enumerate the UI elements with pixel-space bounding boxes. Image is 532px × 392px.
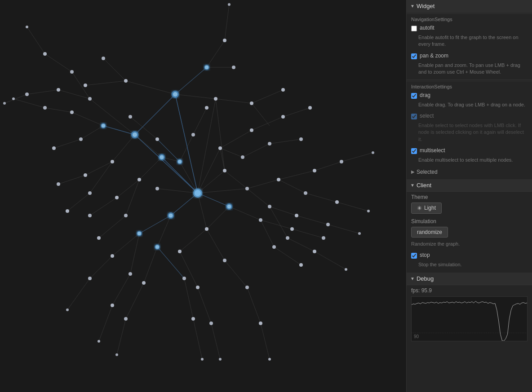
svg-point-194 <box>129 115 132 119</box>
svg-point-164 <box>245 286 249 289</box>
svg-line-79 <box>112 274 130 305</box>
multiselect-checkbox[interactable] <box>411 148 417 154</box>
svg-point-187 <box>335 200 339 204</box>
svg-line-88 <box>283 108 310 117</box>
svg-point-167 <box>308 106 312 110</box>
svg-line-39 <box>85 81 126 85</box>
debug-section-header[interactable]: ▼ Debug <box>407 273 532 285</box>
svg-line-55 <box>130 233 139 274</box>
svg-point-156 <box>129 272 132 276</box>
svg-line-62 <box>180 251 198 287</box>
svg-point-181 <box>299 263 303 267</box>
stop-label: stop <box>420 252 430 258</box>
svg-line-4 <box>198 171 225 193</box>
svg-point-158 <box>182 277 186 280</box>
svg-line-113 <box>67 278 90 310</box>
pan-zoom-checkbox[interactable] <box>411 53 417 59</box>
svg-line-101 <box>225 4 229 40</box>
svg-line-61 <box>270 207 288 238</box>
svg-point-199 <box>26 26 28 28</box>
svg-point-198 <box>3 102 6 105</box>
svg-point-123 <box>205 227 208 231</box>
svg-line-24 <box>225 171 247 189</box>
svg-line-89 <box>270 139 301 144</box>
svg-line-77 <box>274 247 301 265</box>
drag-row: drag <box>407 90 532 101</box>
svg-line-95 <box>198 193 229 207</box>
svg-point-134 <box>259 218 262 222</box>
svg-line-67 <box>193 108 207 135</box>
svg-line-99 <box>175 67 207 94</box>
svg-point-137 <box>277 178 280 181</box>
selected-subsection[interactable]: ▶ Selected <box>407 167 532 177</box>
stop-checkbox[interactable] <box>411 253 417 259</box>
svg-line-46 <box>85 162 112 175</box>
svg-line-114 <box>99 305 112 341</box>
svg-point-223 <box>178 160 182 163</box>
svg-point-168 <box>299 137 303 141</box>
svg-line-19 <box>112 135 135 162</box>
svg-point-139 <box>178 250 182 253</box>
graph-canvas[interactable] <box>0 0 406 392</box>
svg-line-86 <box>198 287 211 323</box>
client-section-header[interactable]: ▼ Client <box>407 179 532 192</box>
svg-point-208 <box>66 308 69 311</box>
sun-icon: ✳ <box>417 205 422 211</box>
svg-line-78 <box>90 256 112 278</box>
svg-point-179 <box>97 236 101 240</box>
svg-line-60 <box>270 207 297 216</box>
svg-point-161 <box>295 214 298 217</box>
svg-point-152 <box>124 214 128 217</box>
autofit-row: autofit <box>407 23 532 33</box>
svg-line-96 <box>171 193 198 216</box>
svg-line-32 <box>180 229 207 251</box>
drag-label: drag <box>420 92 430 98</box>
svg-point-211 <box>195 190 201 196</box>
svg-line-54 <box>112 233 139 256</box>
svg-line-29 <box>157 216 171 247</box>
svg-line-59 <box>279 180 306 193</box>
nav-settings-label: NavigationSettings <box>407 13 532 23</box>
simulation-label: Simulation <box>407 216 532 225</box>
svg-line-16 <box>216 99 252 103</box>
svg-point-180 <box>322 236 325 240</box>
autofit-checkbox[interactable] <box>411 26 417 31</box>
svg-line-107 <box>328 225 359 233</box>
svg-point-170 <box>232 66 235 69</box>
svg-line-110 <box>261 323 270 359</box>
svg-point-148 <box>88 191 92 195</box>
interaction-settings-label: InteractionSettings <box>407 81 532 90</box>
svg-point-192 <box>102 57 105 60</box>
svg-point-182 <box>88 277 92 280</box>
pan-zoom-row: pan & zoom <box>407 51 532 61</box>
svg-point-131 <box>111 160 114 163</box>
svg-point-213 <box>173 92 177 97</box>
svg-point-141 <box>250 128 253 132</box>
svg-line-9 <box>198 189 247 193</box>
svg-point-143 <box>155 137 159 141</box>
theme-button[interactable]: ✳ Light <box>411 203 442 214</box>
svg-line-58 <box>279 171 315 180</box>
svg-point-172 <box>43 106 47 110</box>
drag-checkbox[interactable] <box>411 93 417 99</box>
svg-line-34 <box>220 130 252 148</box>
svg-point-184 <box>124 317 128 321</box>
svg-point-159 <box>313 169 316 172</box>
svg-line-21 <box>90 99 135 135</box>
drag-description: Enable drag. To drag use LMB + drag on a… <box>407 101 532 111</box>
svg-line-7 <box>157 189 198 193</box>
svg-line-52 <box>261 220 292 229</box>
svg-point-147 <box>84 173 87 177</box>
randomize-button[interactable]: randomize <box>411 227 448 238</box>
svg-point-178 <box>88 214 92 217</box>
selected-arrow-icon: ▶ <box>411 169 415 174</box>
svg-line-72 <box>27 90 58 94</box>
select-checkbox[interactable] <box>411 114 417 119</box>
svg-line-38 <box>103 58 126 81</box>
widget-section-header[interactable]: ▼ Widget <box>407 0 532 13</box>
svg-line-91 <box>135 135 198 193</box>
svg-line-85 <box>288 238 315 251</box>
svg-point-154 <box>272 245 276 249</box>
svg-line-83 <box>306 193 337 202</box>
autofit-label: autofit <box>420 25 434 31</box>
